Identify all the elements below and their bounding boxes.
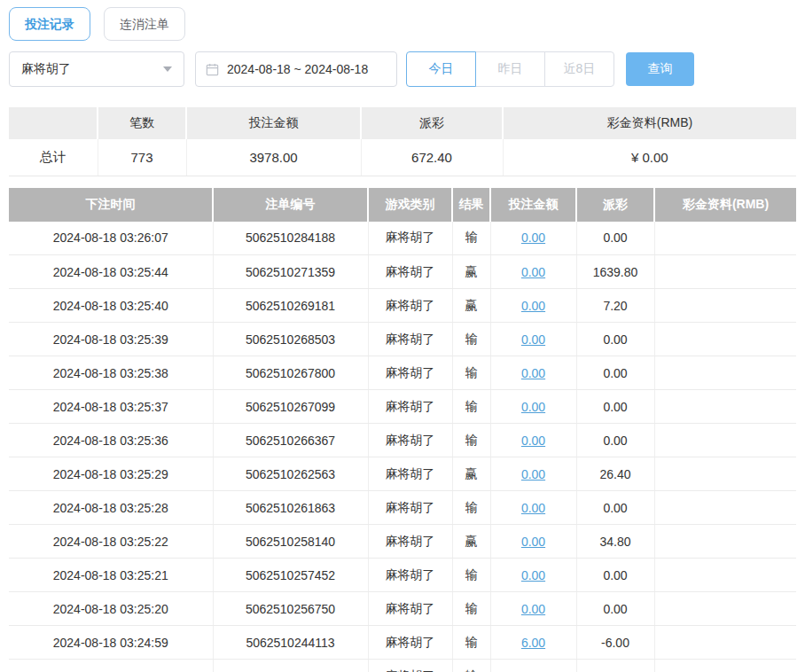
payout-cell: 34.80: [576, 525, 654, 559]
bet-time-cell: 2024-08-18 03:25:40: [9, 289, 213, 323]
bet-time-cell: 2024-08-18 03:26:07: [9, 222, 213, 255]
bonus-cell: [654, 559, 796, 592]
table-row: 2024-08-18 03:25:395062510268503麻将胡了输0.0…: [9, 323, 796, 356]
bonus-cell: [654, 323, 796, 356]
result-cell: 输: [452, 323, 490, 356]
summary-total-count: 773: [98, 139, 186, 176]
calendar-icon: [206, 63, 219, 76]
payout-cell: 0.00: [576, 491, 654, 525]
bet-amount-cell: 0.00: [490, 222, 576, 255]
payout-cell: -6.00: [576, 626, 654, 660]
result-cell: 输: [452, 390, 490, 424]
header-bonus: 彩金资料(RMB): [654, 188, 796, 222]
bet-time-cell: 2024-08-18 03:25:39: [9, 323, 213, 356]
bet-amount-link[interactable]: 0.00: [521, 434, 545, 448]
order-number-cell: 5062510258140: [213, 525, 368, 559]
chevron-down-icon: [163, 66, 172, 72]
bet-amount-link[interactable]: 0.00: [521, 568, 545, 582]
result-cell: 输: [452, 592, 490, 626]
payout-cell: 0.00: [576, 559, 654, 592]
game-select[interactable]: 麻将胡了: [9, 51, 184, 87]
bet-amount-cell: 0.00: [490, 289, 576, 323]
summary-header-bet-amount: 投注金额: [186, 107, 361, 139]
bet-amount-link[interactable]: 0.00: [521, 231, 545, 245]
bonus-cell: [654, 424, 796, 457]
bet-table-body: 2024-08-18 03:26:075062510284188麻将胡了输0.0…: [9, 222, 796, 672]
tab-bet-records[interactable]: 投注记录: [9, 7, 90, 41]
summary-total-payout: 672.40: [361, 139, 503, 176]
order-number-cell: 5062510256750: [213, 592, 368, 626]
tabs-row: 投注记录 连消注单: [9, 7, 796, 41]
payout-cell: 1639.80: [576, 255, 654, 289]
bet-amount-link[interactable]: 6.00: [521, 669, 545, 672]
game-select-value: 麻将胡了: [21, 61, 71, 77]
payout-cell: 7.20: [576, 289, 654, 323]
bet-amount-cell: 0.00: [490, 323, 576, 356]
bet-amount-link[interactable]: 0.00: [521, 535, 545, 549]
game-type-cell: 麻将胡了: [368, 255, 452, 289]
game-type-cell: 麻将胡了: [368, 222, 452, 255]
table-row: 2024-08-18 03:24:595062510244113麻将胡了输6.0…: [9, 626, 796, 660]
order-number-cell: 5062510284188: [213, 222, 368, 255]
bet-amount-cell: 6.00: [490, 660, 576, 672]
bet-amount-cell: 0.00: [490, 525, 576, 559]
bet-amount-link[interactable]: 0.00: [521, 400, 545, 414]
game-type-cell: 麻将胡了: [368, 356, 452, 390]
game-type-cell: 麻将胡了: [368, 525, 452, 559]
bet-amount-cell: 0.00: [490, 390, 576, 424]
bet-amount-link[interactable]: 0.00: [521, 501, 545, 515]
today-button[interactable]: 今日: [406, 51, 476, 87]
table-row: 2024-08-18 03:25:295062510262563麻将胡了赢0.0…: [9, 457, 796, 491]
bet-amount-link[interactable]: 0.00: [521, 299, 545, 313]
summary-total-label: 总计: [9, 139, 98, 176]
bet-amount-cell: 6.00: [490, 626, 576, 660]
result-cell: 赢: [452, 457, 490, 491]
date-range-input[interactable]: 2024-08-18 ~ 2024-08-18: [195, 51, 397, 87]
order-number-cell: 5062510267800: [213, 356, 368, 390]
bet-amount-link[interactable]: 0.00: [521, 366, 545, 380]
bonus-cell: [654, 457, 796, 491]
result-cell: 输: [452, 660, 490, 672]
search-button[interactable]: 查询: [626, 52, 694, 86]
bet-amount-link[interactable]: 0.00: [521, 467, 545, 481]
summary-header-count: 笔数: [98, 107, 186, 139]
payout-cell: 0.00: [576, 390, 654, 424]
result-cell: 输: [452, 424, 490, 457]
table-row: 2024-08-18 03:26:075062510284188麻将胡了输0.0…: [9, 222, 796, 255]
tab-cancelled-orders[interactable]: 连消注单: [104, 7, 185, 41]
bet-amount-link[interactable]: 0.00: [521, 602, 545, 616]
header-bet-amount: 投注金额: [490, 188, 576, 222]
game-type-cell: 麻将胡了: [368, 390, 452, 424]
bet-amount-cell: 0.00: [490, 457, 576, 491]
game-type-cell: 麻将胡了: [368, 660, 452, 672]
bet-amount-cell: 0.00: [490, 255, 576, 289]
game-type-cell: 麻将胡了: [368, 289, 452, 323]
bet-amount-link[interactable]: 6.00: [521, 636, 545, 650]
bonus-cell: [654, 660, 796, 672]
last-8-days-button[interactable]: 近8日: [544, 51, 614, 87]
bet-time-cell: 2024-08-18 03:25:21: [9, 559, 213, 592]
bonus-cell: [654, 626, 796, 660]
bet-amount-link[interactable]: 0.00: [521, 265, 545, 279]
summary-header-payout: 派彩: [361, 107, 503, 139]
order-number-cell: 5062510271359: [213, 255, 368, 289]
filter-row: 麻将胡了 2024-08-18 ~ 2024-08-18 今日 昨日 近8日 查…: [9, 51, 796, 87]
result-cell: 输: [452, 222, 490, 255]
bet-amount-cell: 0.00: [490, 424, 576, 457]
payout-cell: 0.00: [576, 356, 654, 390]
bet-amount-cell: 0.00: [490, 356, 576, 390]
order-number-cell: 5062510242034: [213, 660, 368, 672]
order-number-cell: 5062510244113: [213, 626, 368, 660]
bet-time-cell: 2024-08-18 03:25:37: [9, 390, 213, 424]
payout-cell: 0.00: [576, 592, 654, 626]
order-number-cell: 5062510262563: [213, 457, 368, 491]
bet-amount-link[interactable]: 0.00: [521, 332, 545, 347]
summary-header-row: 笔数 投注金额 派彩 彩金资料(RMB): [9, 107, 796, 139]
bet-records-table: 下注时间 注单编号 游戏类别 结果 投注金额 派彩 彩金资料(RMB) 2024…: [9, 188, 796, 672]
bet-time-cell: 2024-08-18 03:24:59: [9, 626, 213, 660]
bet-time-cell: 2024-08-18 03:25:36: [9, 424, 213, 457]
table-row: 2024-08-18 03:25:365062510266367麻将胡了输0.0…: [9, 424, 796, 457]
bonus-cell: [654, 592, 796, 626]
bet-amount-cell: 0.00: [490, 592, 576, 626]
yesterday-button[interactable]: 昨日: [475, 51, 545, 87]
